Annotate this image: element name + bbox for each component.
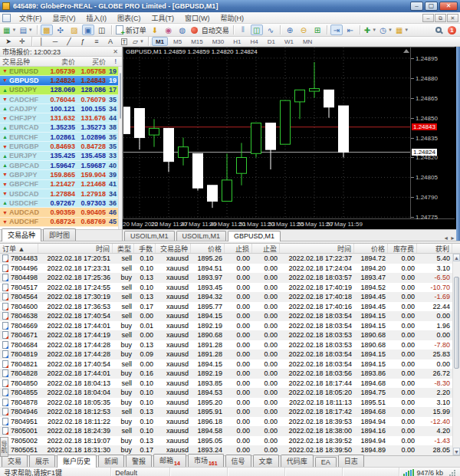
terminal-tab-代码库[interactable]: 代码库 bbox=[281, 455, 314, 467]
chart-tab-1[interactable]: USOILm,M1 bbox=[176, 231, 227, 241]
terminal-tab-市场[interactable]: 市场161 bbox=[188, 454, 224, 467]
symbol-row[interactable]: ▼CADCHF0.760440.7607935 bbox=[0, 95, 118, 104]
order-row[interactable]: 78044962022.02.18 17:23:31sell0.10xauusd… bbox=[0, 264, 452, 274]
chart-shift-button[interactable]: ⇤ bbox=[344, 25, 356, 35]
fibonacci-tool[interactable]: ƒ bbox=[77, 38, 89, 46]
menu-item[interactable]: 窗口(W) bbox=[179, 14, 215, 23]
header-col-symm[interactable]: 交易品种 bbox=[156, 244, 191, 253]
new-chart-button[interactable]: ▦▼ bbox=[2, 25, 17, 35]
header-col-p1[interactable]: 价格 bbox=[191, 244, 225, 253]
market-watch-tab-即时图[interactable]: 即时图 bbox=[43, 228, 76, 241]
terminal-tab-邮箱[interactable]: 邮箱14 bbox=[153, 454, 186, 467]
auto-scroll-button[interactable]: ⇥ bbox=[330, 25, 343, 35]
script-icon[interactable]: ⬇ bbox=[149, 25, 161, 35]
market-watch-tab-交易品种[interactable]: 交易品种 bbox=[2, 228, 41, 241]
symbol-row[interactable]: ▼GBPJPY159.865159.90439 bbox=[0, 170, 118, 179]
order-row[interactable]: 78048282022.02.18 17:44:01buy0.16xauusd1… bbox=[0, 369, 452, 379]
header-col-t1[interactable]: 时间 bbox=[38, 244, 113, 253]
shapes-tool[interactable]: ▱▼ bbox=[132, 38, 145, 46]
navigator-vertical-tab[interactable]: 导航 bbox=[0, 437, 8, 457]
header-col-swap[interactable]: 库存费 bbox=[388, 244, 417, 253]
autotrading-button[interactable]: 自动交易 bbox=[190, 25, 230, 35]
channel-tool[interactable]: ≡ bbox=[90, 38, 103, 46]
strategy-tester-button[interactable]: ◫ bbox=[96, 25, 108, 35]
order-row[interactable]: 78049462022.02.18 18:12:53sell0.13xauusd… bbox=[0, 407, 452, 417]
symbol-row[interactable]: ▼AUDCAD0.903590.9040546 bbox=[0, 208, 118, 217]
order-row[interactable]: 78048212022.02.18 17:40:54sell0.00xauusd… bbox=[0, 359, 452, 369]
column-symbol[interactable]: 交易品种 bbox=[0, 57, 44, 67]
symbol-row[interactable]: ▲EURCHF1.028611.0289635 bbox=[0, 133, 118, 142]
search-icon[interactable] bbox=[432, 25, 445, 35]
order-row[interactable]: 78048552022.02.18 18:04:04buy0.10xauusd1… bbox=[0, 388, 452, 398]
symbol-row[interactable]: ▲USDCHF0.972670.9730336 bbox=[0, 199, 118, 208]
timeframe-m30[interactable]: M30 bbox=[209, 37, 228, 46]
price-axis[interactable]: 1.248951.248801.248651.248501.248351.248… bbox=[411, 47, 455, 219]
minimize-button[interactable]: – bbox=[410, 2, 423, 11]
scroll-up-icon[interactable]: ▲ bbox=[453, 254, 460, 261]
terminal-tab-文章[interactable]: 文章 bbox=[253, 455, 279, 467]
symbol-row[interactable]: ▼AUDCHF0.687240.6876945 bbox=[0, 218, 118, 227]
candlestick-chart-button[interactable]: ◫ bbox=[251, 25, 263, 35]
symbol-row[interactable]: ▲USDJPY128.069128.08617 bbox=[0, 86, 118, 95]
order-row[interactable]: 78044982022.02.18 17:25:36buy0.13xauusd1… bbox=[0, 273, 452, 283]
crosshair-tool[interactable]: ✛ bbox=[16, 38, 28, 46]
profiles-button[interactable]: ▤▼ bbox=[18, 25, 33, 35]
symbol-row[interactable]: ▼GBPCHF1.214271.2146841 bbox=[0, 180, 118, 189]
scroll-down-icon[interactable]: ▼ bbox=[453, 448, 460, 455]
order-row[interactable]: 78050512022.02.18 18:31:30buy0.17xauusd1… bbox=[0, 445, 452, 455]
timeframe-m1[interactable]: M1 bbox=[152, 37, 168, 46]
horizontal-line-tool[interactable]: ─ bbox=[49, 38, 61, 46]
terminal-tab-账户历史[interactable]: 账户历史 bbox=[57, 455, 97, 468]
templates-button[interactable]: ▦▼ bbox=[395, 25, 409, 35]
symbol-row[interactable]: ▼GBPUSD1.248241.2484319 bbox=[0, 76, 118, 85]
trendline-tool[interactable]: ╱ bbox=[63, 38, 75, 46]
data-window-toggle[interactable]: ▨ bbox=[68, 25, 80, 35]
menu-item[interactable]: 工具(T) bbox=[146, 14, 180, 23]
timeframe-m5[interactable]: M5 bbox=[169, 37, 186, 46]
chart-tab-2[interactable]: GBPUSD,M1 bbox=[228, 231, 281, 241]
symbol-row[interactable]: ▲GBPCAD1.596471.5968740 bbox=[0, 161, 118, 170]
tile-windows-button[interactable]: ⊞ bbox=[311, 25, 324, 35]
notification-badge[interactable]: 1 bbox=[448, 26, 456, 34]
market-watch-scrollbar[interactable] bbox=[118, 67, 122, 229]
header-col-lots[interactable]: 手数 bbox=[134, 244, 156, 253]
order-row[interactable]: 78049512022.02.18 18:11:22buy0.10xauusd1… bbox=[0, 417, 452, 427]
scroll-thumb[interactable] bbox=[454, 277, 459, 369]
timeframe-h1[interactable]: H1 bbox=[229, 37, 245, 46]
bar-chart-button[interactable]: 𝄁𝄁 bbox=[237, 25, 249, 35]
text-tool[interactable]: T bbox=[118, 38, 130, 46]
periods-button[interactable]: ◷▼ bbox=[379, 25, 393, 35]
order-row[interactable]: 78044832022.02.18 17:20:51sell0.10xauusd… bbox=[0, 254, 452, 264]
vertical-line-tool[interactable]: │ bbox=[35, 38, 48, 46]
symbol-row[interactable]: ▲CADJPY100.121100.15534 bbox=[0, 104, 118, 113]
menu-item[interactable]: 图表(C) bbox=[112, 14, 146, 23]
timeframe-w1[interactable]: W1 bbox=[281, 37, 297, 46]
symbol-row[interactable]: ▼EURUSD1.057391.0575819 bbox=[0, 67, 118, 76]
status-profile[interactable]: Default bbox=[111, 468, 170, 476]
order-row[interactable]: 78048782022.02.18 18:05:35buy0.10xauusd1… bbox=[0, 398, 452, 408]
new-order-button[interactable]: 新订单 bbox=[115, 25, 147, 35]
order-row[interactable]: 78046382022.02.18 17:40:54sell0.00xauusd… bbox=[0, 311, 452, 321]
zoom-out-button[interactable]: ⊖ bbox=[297, 25, 310, 35]
order-row[interactable]: 78048192022.02.18 17:44:28buy0.09xauusd1… bbox=[0, 350, 452, 359]
column-ask[interactable]: 买价 bbox=[75, 57, 106, 67]
child-minimize-button[interactable]: – bbox=[422, 14, 434, 22]
header-col-ord[interactable]: 订单 ▲ bbox=[0, 244, 38, 253]
timeframe-h4[interactable]: H4 bbox=[246, 37, 261, 46]
child-close-button[interactable]: ✕ bbox=[447, 14, 458, 22]
terminal-tab-新闻[interactable]: 新闻 bbox=[98, 455, 124, 467]
order-row[interactable]: 78045172022.02.18 17:24:55sell0.10xauusd… bbox=[0, 283, 452, 293]
arrows-tool[interactable]: A bbox=[104, 38, 117, 46]
time-axis[interactable]: 20 May 202220 May 11:4720 May 11:4920 Ma… bbox=[123, 219, 460, 229]
terminal-tab-警报[interactable]: 警报 bbox=[126, 455, 152, 467]
column-spread[interactable]: ! bbox=[106, 57, 118, 65]
symbol-row[interactable]: ▼EURGBP0.846930.8472835 bbox=[0, 142, 118, 151]
cursor-tool[interactable]: ➤ bbox=[2, 38, 15, 46]
header-col-tp[interactable]: 止盈 bbox=[252, 244, 280, 253]
orders-scrollbar[interactable]: ▲ ▼ bbox=[452, 254, 460, 455]
symbol-row[interactable]: ▼USDCAD1.278841.2791834 bbox=[0, 189, 118, 199]
close-button[interactable]: ✕ bbox=[439, 2, 458, 11]
symbol-row[interactable]: ▲EURCAD1.352351.3527338 bbox=[0, 123, 118, 133]
child-restore-button[interactable]: ⧉ bbox=[435, 14, 446, 22]
order-row[interactable]: 78048502022.02.18 18:04:13sell0.10xauusd… bbox=[0, 379, 452, 389]
